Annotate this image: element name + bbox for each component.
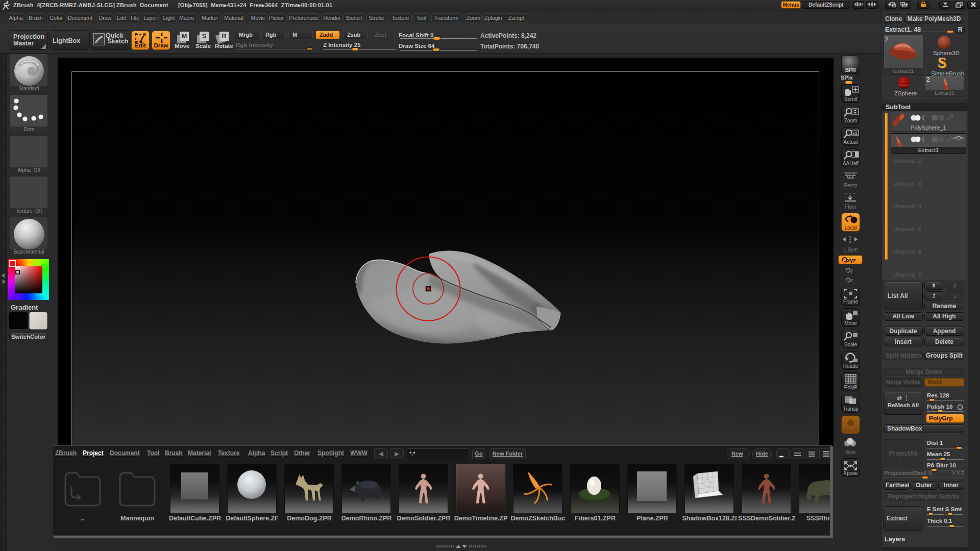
svg-text:y: y — [850, 268, 853, 273]
svg-text:x1: x1 — [853, 131, 857, 136]
svg-text:z: z — [850, 278, 853, 283]
svg-text:xyz: xyz — [847, 257, 856, 263]
